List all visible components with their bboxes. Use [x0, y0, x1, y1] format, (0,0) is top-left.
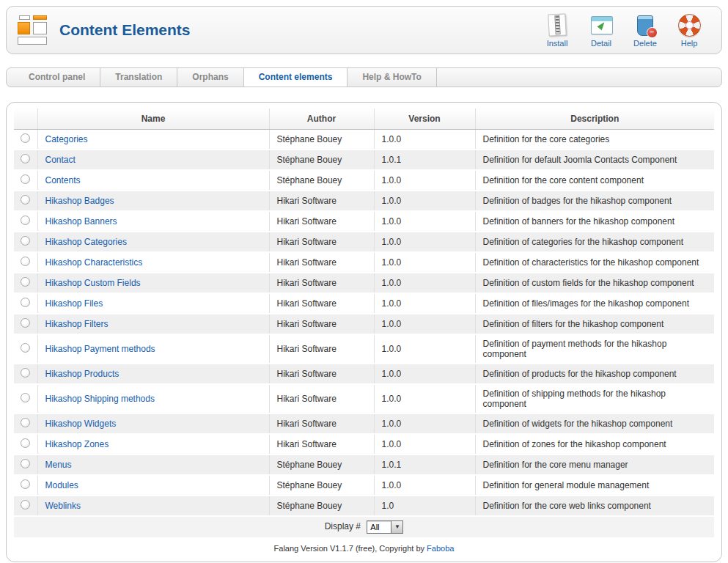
- element-description: Definition for the core menu manager: [475, 455, 714, 475]
- row-radio-button[interactable]: [21, 418, 30, 427]
- element-description: Definition for the core web links compon…: [475, 496, 714, 516]
- element-author: Hikari Software: [269, 293, 374, 314]
- element-author: Hikari Software: [269, 413, 374, 434]
- table-row: Hikashop Payment methods Hikari Software…: [14, 334, 714, 364]
- faboba-link[interactable]: Faboba: [427, 544, 454, 553]
- row-radio-button[interactable]: [21, 459, 30, 468]
- tab-control-panel[interactable]: Control panel: [14, 68, 100, 87]
- help-icon: [676, 12, 702, 37]
- element-version: 1.0: [374, 496, 475, 516]
- table-row: Hikashop Characteristics Hikari Software…: [14, 252, 714, 273]
- tab-translation[interactable]: Translation: [100, 68, 177, 87]
- column-header-name: Name: [37, 108, 269, 130]
- column-header-version: Version: [374, 108, 475, 130]
- element-name-link[interactable]: Hikashop Zones: [45, 439, 109, 449]
- element-description: Definition of payment methods for the hi…: [475, 334, 714, 364]
- element-version: 1.0.0: [374, 434, 475, 455]
- element-name-link[interactable]: Weblinks: [45, 501, 81, 511]
- display-count-label: Display #: [325, 521, 361, 531]
- element-version: 1.0.0: [374, 475, 475, 496]
- element-author: Hikari Software: [269, 384, 374, 413]
- element-description: Definition of badges for the hikashop co…: [475, 191, 714, 211]
- element-author: Stéphane Bouey: [269, 455, 374, 475]
- tab-orphans[interactable]: Orphans: [177, 68, 243, 87]
- row-radio-button[interactable]: [21, 174, 30, 184]
- table-row: Modules Stéphane Bouey 1.0.0 Definition …: [14, 475, 714, 496]
- row-radio-button[interactable]: [21, 236, 30, 246]
- element-name-link[interactable]: Hikashop Files: [45, 298, 103, 309]
- element-description: Definition of files/images for the hikas…: [475, 293, 714, 314]
- element-name-link[interactable]: Hikashop Filters: [45, 319, 109, 329]
- falang-credits: Falang Version V1.1.7 (free), Copyright …: [14, 537, 714, 560]
- row-radio-button[interactable]: [21, 318, 30, 328]
- element-name-link[interactable]: Hikashop Banners: [45, 216, 117, 227]
- table-row: Hikashop Filters Hikari Software 1.0.0 D…: [14, 314, 714, 334]
- element-name-link[interactable]: Hikashop Widgets: [45, 419, 117, 429]
- detail-button[interactable]: Detail: [582, 12, 620, 48]
- element-version: 1.0.0: [374, 314, 475, 334]
- table-row: Hikashop Products Hikari Software 1.0.0 …: [14, 364, 714, 384]
- row-radio-button[interactable]: [21, 154, 30, 163]
- tab-help-howto[interactable]: Help & HowTo: [348, 68, 436, 87]
- element-name-link[interactable]: Hikashop Products: [45, 369, 120, 379]
- element-version: 1.0.0: [374, 384, 475, 413]
- element-description: Definition of shipping methods for the h…: [475, 384, 714, 413]
- element-name-link[interactable]: Hikashop Payment methods: [45, 344, 155, 354]
- element-author: Hikari Software: [269, 191, 374, 211]
- element-version: 1.0.0: [374, 211, 475, 232]
- element-name-link[interactable]: Hikashop Badges: [45, 196, 114, 206]
- table-row: Hikashop Badges Hikari Software 1.0.0 De…: [14, 191, 714, 211]
- row-radio-button[interactable]: [21, 438, 30, 448]
- element-author: Hikari Software: [269, 211, 374, 232]
- row-radio-button[interactable]: [21, 393, 30, 402]
- element-name-link[interactable]: Contents: [45, 175, 81, 185]
- table-row: Contact Stéphane Bouey 1.0.1 Definition …: [14, 150, 714, 170]
- element-description: Definition of custom fields for the hika…: [475, 273, 714, 293]
- row-radio-button[interactable]: [21, 368, 30, 378]
- row-radio-button[interactable]: [21, 500, 30, 509]
- toolbar-button-label: Help: [670, 39, 708, 48]
- row-radio-button[interactable]: [21, 195, 30, 205]
- element-version: 1.0.0: [374, 334, 475, 364]
- element-name-link[interactable]: Menus: [45, 460, 72, 470]
- row-radio-button[interactable]: [21, 343, 30, 353]
- element-version: 1.0.0: [374, 413, 475, 434]
- row-radio-button[interactable]: [21, 298, 30, 307]
- element-author: Stéphane Bouey: [269, 150, 374, 170]
- element-name-link[interactable]: Modules: [45, 480, 78, 490]
- element-name-link[interactable]: Contact: [45, 155, 76, 165]
- toolbar: Install Detail Delete Help: [538, 12, 711, 48]
- row-radio-button[interactable]: [21, 277, 30, 287]
- table-body: Categories Stéphane Bouey 1.0.0 Definiti…: [14, 130, 714, 517]
- element-description: Definition of products for the hikashop …: [475, 364, 714, 384]
- row-radio-button[interactable]: [21, 479, 30, 489]
- install-button[interactable]: Install: [538, 12, 576, 48]
- element-name-link[interactable]: Hikashop Custom Fields: [45, 278, 141, 288]
- element-name-link[interactable]: Hikashop Shipping methods: [45, 394, 155, 404]
- row-radio-button[interactable]: [21, 257, 30, 266]
- delete-button[interactable]: Delete: [626, 12, 664, 48]
- row-radio-button[interactable]: [21, 216, 30, 225]
- install-icon: [544, 12, 570, 37]
- column-header-select: [14, 108, 37, 130]
- table-row: Hikashop Files Hikari Software 1.0.0 Def…: [14, 293, 714, 314]
- column-header-description: Description: [475, 108, 714, 130]
- element-author: Hikari Software: [269, 334, 374, 364]
- row-radio-button[interactable]: [21, 133, 30, 143]
- tab-content-elements[interactable]: Content elements: [244, 68, 348, 87]
- element-name-link[interactable]: Hikashop Categories: [45, 237, 127, 247]
- element-version: 1.0.0: [374, 232, 475, 252]
- element-author: Hikari Software: [269, 232, 374, 252]
- page-title: Content Elements: [59, 21, 191, 39]
- table-row: Hikashop Banners Hikari Software 1.0.0 D…: [14, 211, 714, 232]
- element-version: 1.0.0: [374, 364, 475, 384]
- table-row: Hikashop Custom Fields Hikari Software 1…: [14, 273, 714, 293]
- toolbar-button-label: Delete: [626, 39, 664, 48]
- help-button[interactable]: Help: [670, 12, 708, 48]
- element-author: Hikari Software: [269, 252, 374, 273]
- element-author: Stéphane Bouey: [269, 496, 374, 516]
- header-title-group: Content Elements: [17, 15, 191, 45]
- element-name-link[interactable]: Categories: [45, 134, 88, 144]
- display-count-select[interactable]: All ▼: [367, 520, 403, 534]
- element-name-link[interactable]: Hikashop Characteristics: [45, 257, 143, 268]
